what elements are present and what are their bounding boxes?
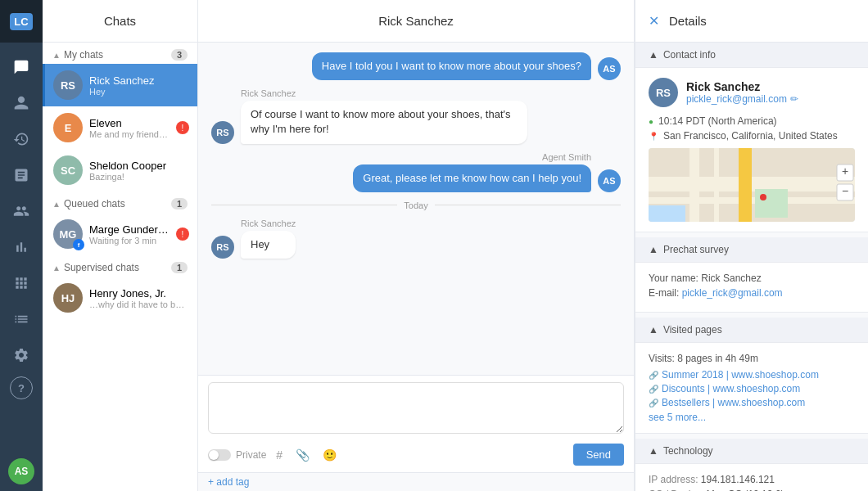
chat-item-eleven[interactable]: E Eleven Me and my friends jog a lot ! (43, 106, 197, 149)
survey-email-link[interactable]: pickle_rick@gmail.com (682, 287, 783, 299)
technology-title: Technology (663, 445, 713, 457)
visited-pages-content: Visits: 8 pages in 4h 49m 🔗 Summer 2018 … (635, 342, 868, 434)
date-divider-text: Today (404, 200, 427, 210)
chat-name-sc: Sheldon Cooper (89, 160, 189, 172)
page-link-1[interactable]: 🔗 Summer 2018 | www.shoeshop.com (649, 369, 855, 381)
contact-location-value: San Francisco, California, United States (663, 130, 838, 142)
visited-pages-header[interactable]: ▲ Visited pages (635, 318, 868, 342)
my-chats-chevron: ▲ (52, 51, 61, 60)
contact-name-email: Rick Sanchez pickle_rick@gmail.com ✏ (686, 80, 798, 105)
toggle-thumb (209, 450, 219, 460)
technology-header[interactable]: ▲ Technology (635, 439, 868, 463)
agent-initials: AS (15, 466, 29, 477)
svg-rect-3 (689, 148, 699, 222)
avatar-mg: MG f (53, 219, 83, 249)
sidebar-item-reports[interactable] (0, 157, 43, 193)
private-toggle[interactable]: Private (208, 449, 266, 461)
msg-avatar-as-1: AS (598, 57, 621, 80)
my-chats-count: 3 (171, 49, 188, 61)
chat-meta-mg: ! (176, 227, 189, 241)
chat-name-eleven: Eleven (89, 117, 170, 129)
see-more-pages[interactable]: see 5 more... (649, 412, 855, 423)
chevron-prechat: ▲ (649, 244, 658, 255)
sidebar-item-settings[interactable] (0, 337, 43, 373)
msg-content-2: Rick Sanchez Of course I want to know mo… (241, 88, 527, 143)
supervised-chats-label: Supervised chats (64, 262, 139, 273)
waiting-badge-mg: ! (176, 227, 189, 241)
chat-info-rs: Rick Sanchez Hey (89, 74, 189, 97)
chevron-tech: ▲ (649, 445, 658, 457)
page-link-text-3[interactable]: Bestsellers | www.shoeshop.com (662, 397, 805, 408)
close-details-button[interactable]: ✕ (649, 13, 659, 29)
attachment-icon[interactable]: 📎 (292, 447, 313, 463)
msg-content-4: Rick Sanchez Hey (241, 218, 296, 259)
app-logo: LC (0, 0, 43, 43)
details-title: Details (669, 14, 707, 28)
svg-point-12 (760, 194, 766, 200)
page-link-2[interactable]: 🔗 Discounts | www.shoeshop.com (649, 383, 855, 394)
help-label: ? (18, 382, 25, 394)
emoji-icon[interactable]: 🙂 (319, 447, 340, 463)
chat-info-mg: Marge Gunderson Waiting for 3 min (89, 223, 170, 246)
sidebar-item-contacts[interactable] (0, 85, 43, 121)
my-chats-toggle[interactable]: ▲ My chats (52, 49, 103, 61)
technology-content: IP address: 194.181.146.121 OS / Device:… (635, 463, 868, 491)
contact-time: ● 10:14 PDT (North America) (649, 115, 855, 127)
sidebar-item-help[interactable]: ? (10, 376, 33, 399)
visits-label: Visits: (649, 353, 675, 364)
sidebar-item-analytics[interactable] (0, 229, 43, 265)
contact-info-section: ▲ Contact info RS Rick Sanchez pickle_ri… (635, 43, 868, 232)
chat-item-henry[interactable]: HJ Henry Jones, Jr. …why did it have to … (43, 277, 197, 319)
supervised-chats-section-header: ▲ Supervised chats 1 (43, 255, 197, 277)
edit-email-icon[interactable]: ✏ (790, 93, 798, 105)
msg-avatar-rs-2: RS (211, 236, 234, 259)
hash-icon[interactable]: # (273, 447, 286, 463)
chat-name-rs: Rick Sanchez (89, 74, 189, 87)
page-link-text-1[interactable]: Summer 2018 | www.shoeshop.com (662, 369, 819, 381)
message-input[interactable] (208, 382, 624, 434)
clock-dot-icon: ● (649, 117, 653, 126)
page-link-3[interactable]: 🔗 Bestsellers | www.shoeshop.com (649, 397, 855, 408)
prechat-survey-header[interactable]: ▲ Prechat survey (635, 237, 868, 262)
contact-info-header[interactable]: ▲ Contact info (635, 43, 868, 67)
toggle-switch[interactable] (208, 449, 231, 461)
contact-name: Rick Sanchez (686, 80, 798, 93)
sidebar-item-list[interactable] (0, 301, 43, 337)
visits-info: Visits: 8 pages in 4h 49m (649, 353, 855, 364)
add-tag-label: + add tag (208, 476, 249, 488)
chat-item-marge[interactable]: MG f Marge Gunderson Waiting for 3 min ! (43, 213, 197, 255)
send-button[interactable]: Send (573, 444, 624, 466)
survey-name-row: Your name: Rick Sanchez (649, 273, 855, 284)
contact-info-content: RS Rick Sanchez pickle_rick@gmail.com ✏ … (635, 67, 868, 232)
supervised-chats-toggle[interactable]: ▲ Supervised chats (52, 262, 139, 273)
contact-avatar-initials: RS (656, 87, 671, 99)
sidebar-item-team[interactable] (0, 193, 43, 229)
sidebar-item-apps[interactable] (0, 265, 43, 301)
messages-area[interactable]: AS Have I told you I want to know more a… (198, 43, 634, 375)
sidebar-item-history[interactable] (0, 121, 43, 157)
sidebar-item-chats[interactable] (0, 49, 43, 85)
chat-item-sheldon[interactable]: SC Sheldon Cooper Bazinga! (43, 149, 197, 191)
svg-rect-6 (755, 189, 788, 218)
queued-chats-section-header: ▲ Queued chats 1 (43, 191, 197, 213)
avatar-rs: RS (53, 70, 83, 100)
queued-chats-toggle[interactable]: ▲ Queued chats (52, 198, 125, 209)
tech-ip-label: IP address: (649, 474, 698, 485)
contact-email[interactable]: pickle_rick@gmail.com (686, 93, 787, 105)
msg-sender-2: Rick Sanchez (241, 88, 527, 98)
page-link-text-2[interactable]: Discounts | www.shoeshop.com (662, 383, 800, 394)
chats-title: Chats (104, 14, 136, 28)
msg-sender-4: Rick Sanchez (241, 218, 296, 228)
avatar-hj: HJ (53, 283, 83, 313)
agent-avatar[interactable]: AS (8, 458, 34, 484)
chat-main: Rick Sanchez AS Have I told you I want t… (198, 0, 635, 491)
add-tag-button[interactable]: + add tag (198, 472, 634, 491)
chevron-visited: ▲ (649, 324, 658, 336)
chat-contact-name: Rick Sanchez (378, 14, 454, 28)
msg-sender-3: Agent Smith (353, 152, 591, 162)
chat-item-rick-sanchez[interactable]: RS Rick Sanchez Hey (43, 64, 197, 106)
chat-name-hj: Henry Jones, Jr. (89, 287, 189, 300)
avatar-sc: SC (53, 155, 83, 185)
map-placeholder: + − (649, 148, 855, 222)
chevron-contact: ▲ (649, 49, 658, 61)
